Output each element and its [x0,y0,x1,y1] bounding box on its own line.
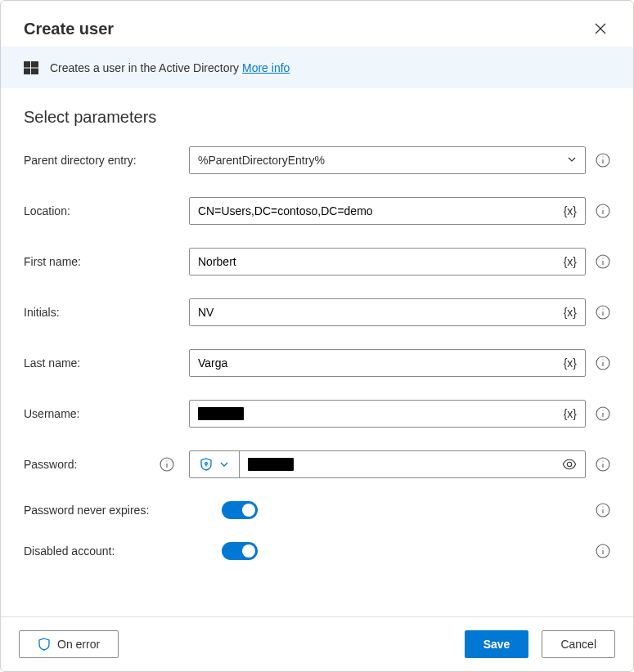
password-input[interactable] [240,451,554,477]
variable-token-icon[interactable]: {x} [555,204,585,217]
info-icon[interactable] [596,153,610,168]
info-icon[interactable] [596,544,610,558]
row-username: Username: {x} [24,400,610,428]
disabled-account-toggle[interactable] [222,542,258,560]
password-redacted-value [248,458,294,471]
svg-point-34 [602,506,603,507]
svg-point-31 [602,460,603,461]
row-initials: Initials: {x} [24,298,610,326]
chevron-down-icon [567,154,577,167]
toggle-knob [242,504,255,517]
section-title: Select parameters [24,108,610,127]
password-mode-button[interactable] [190,451,240,477]
label-first-name: First name: [24,255,179,268]
control-wrap [189,450,610,478]
svg-rect-3 [31,61,38,68]
control-wrap: {x} [189,298,610,326]
svg-point-28 [567,462,571,466]
label-location: Location: [24,204,179,217]
label-parent-directory-entry: Parent directory entry: [24,154,179,167]
row-first-name: First name: {x} [24,248,610,276]
control-wrap: {x} [189,197,610,225]
on-error-label: On error [57,638,100,651]
svg-point-27 [205,463,208,465]
svg-point-11 [602,207,603,208]
svg-point-23 [602,410,603,410]
control-wrap: %ParentDirectoryEntry% [189,146,610,174]
info-icon[interactable] [596,204,610,218]
info-icon[interactable] [160,457,174,472]
select-value: %ParentDirectoryEntry% [198,154,567,167]
control-wrap [222,542,610,560]
variable-token-icon[interactable]: {x} [555,255,585,268]
info-icon[interactable] [596,503,610,517]
row-last-name: Last name: {x} [24,349,610,377]
last-name-input[interactable] [190,352,555,374]
label-disabled-account: Disabled account: [24,544,212,558]
password-never-expires-toggle[interactable] [222,501,258,519]
info-icon[interactable] [596,406,610,421]
first-name-input[interactable] [190,250,555,273]
shield-icon [200,458,213,471]
info-icon[interactable] [596,254,610,269]
control-wrap: {x} [189,248,610,276]
cancel-button[interactable]: Cancel [542,630,615,658]
row-parent-directory-entry: Parent directory entry: %ParentDirectory… [24,146,610,174]
close-button[interactable] [591,19,610,38]
toggle-knob [242,544,255,558]
variable-token-icon[interactable]: {x} [555,407,585,420]
label-password: Password: [24,457,179,472]
label-last-name: Last name: [24,356,179,370]
svg-rect-2 [24,61,30,68]
on-error-button[interactable]: On error [19,630,119,658]
parent-directory-entry-select[interactable]: %ParentDirectoryEntry% [189,146,586,174]
svg-point-26 [166,460,167,461]
username-input-wrap[interactable]: {x} [189,400,586,428]
banner-description: Creates a user in the Active Directory [50,61,239,74]
info-icon[interactable] [596,356,610,370]
svg-rect-4 [24,69,30,75]
svg-point-17 [602,308,603,309]
eye-icon [562,457,577,472]
banner-text: Creates a user in the Active Directory M… [50,61,290,74]
row-disabled-account: Disabled account: [24,542,610,560]
save-button[interactable]: Save [465,630,529,658]
dialog-title: Create user [24,20,114,38]
control-wrap: {x} [189,400,610,428]
location-input[interactable] [190,199,555,222]
reveal-password-button[interactable] [554,451,585,477]
svg-point-8 [602,156,603,157]
more-info-link[interactable]: More info [242,61,290,74]
info-icon[interactable] [596,457,610,472]
label-username: Username: [24,407,179,420]
cancel-label: Cancel [560,638,596,651]
location-input-wrap: {x} [189,197,586,225]
row-location: Location: {x} [24,197,610,225]
svg-point-14 [602,258,603,258]
initials-input[interactable] [190,301,555,324]
username-redacted-value [198,407,244,420]
initials-input-wrap: {x} [189,298,586,326]
variable-token-icon[interactable]: {x} [555,356,585,370]
shield-outline-icon [38,638,51,651]
close-icon [595,23,606,34]
create-user-dialog: Create user Creates a user in the Active… [0,0,634,672]
row-password: Password: [24,450,610,478]
first-name-input-wrap: {x} [189,248,586,276]
parameters-section: Select parameters Parent directory entry… [1,88,633,616]
svg-rect-5 [31,69,38,75]
info-icon[interactable] [596,305,610,320]
dialog-header: Create user [1,1,633,47]
windows-icon [24,60,38,75]
svg-point-37 [602,547,603,548]
variable-token-icon[interactable]: {x} [555,306,585,319]
info-banner: Creates a user in the Active Directory M… [1,47,633,88]
svg-point-20 [602,359,603,360]
save-label: Save [483,638,510,651]
dialog-footer: On error Save Cancel [1,616,633,671]
row-password-never-expires: Password never expires: [24,501,610,519]
control-wrap: {x} [189,349,610,377]
label-initials: Initials: [24,306,179,319]
label-password-never-expires: Password never expires: [24,504,212,517]
last-name-input-wrap: {x} [189,349,586,377]
